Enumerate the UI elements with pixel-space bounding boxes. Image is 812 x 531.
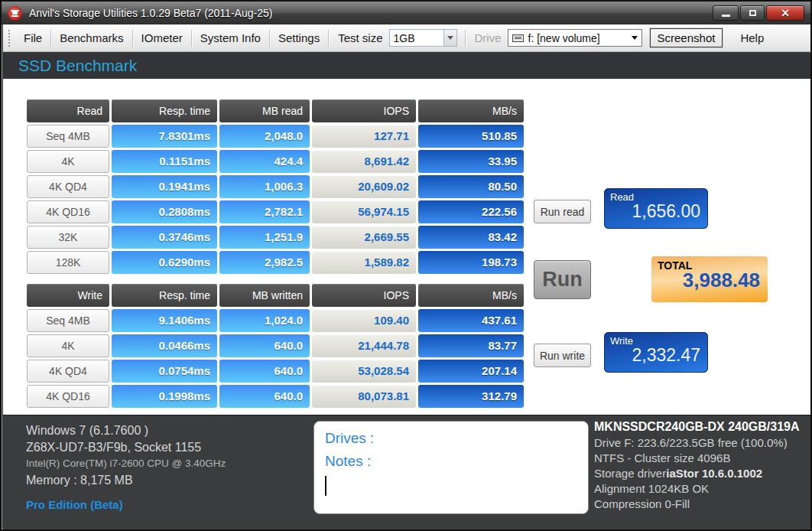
menu-system-info[interactable]: System Info (192, 27, 269, 49)
title-bar: Anvil's Storage Utilities 1.0.29 Beta7 (… (2, 2, 810, 24)
drive-icon (512, 34, 524, 42)
cell-resp-time: 0.0754ms (112, 360, 217, 383)
cell-iops: 80,073.81 (312, 385, 416, 408)
drive-info: MKNSSDCR240GB-DX 240GB/319A Drive F: 223… (594, 420, 812, 512)
menu-benchmarks[interactable]: Benchmarks (51, 27, 132, 49)
notes-label: Notes : (325, 453, 577, 470)
read-table-header: MB read (219, 99, 310, 122)
drives-label: Drives : (325, 430, 577, 447)
cell-resp-time: 7.8301ms (112, 125, 217, 148)
drive-label: Drive (466, 27, 508, 49)
test-size-label: Test size (329, 27, 388, 49)
run-button[interactable]: Run (534, 260, 591, 299)
cell-resp-time: 0.1941ms (112, 175, 217, 198)
system-info: Windows 7 (6.1.7600 ) Z68X-UD7-B3/F9b, S… (26, 424, 226, 511)
toolbar-grip[interactable] (8, 29, 11, 47)
ssd-model: MKNSSDCR240GB-DX 240GB/319A (594, 420, 812, 434)
cell-mb: 640.0 (219, 385, 310, 408)
test-size-dropdown-button[interactable] (444, 29, 457, 47)
cell-mb: 1,024.0 (219, 309, 310, 332)
menu-help[interactable]: Help (732, 27, 772, 49)
read-table-header: IOPS (312, 99, 416, 122)
cell-resp-time: 9.1406ms (112, 309, 217, 332)
drive-select-value: f: [new volume] (528, 32, 600, 44)
page-header: SSD Benchmark (3, 53, 812, 79)
write-table-header: Write (27, 284, 109, 307)
cell-mbs: 83.77 (418, 334, 524, 357)
write-table: Write Resp. time MB written IOPS MB/s Se… (27, 284, 524, 408)
total-score-box: TOTAL 3,988.48 (651, 256, 768, 302)
chevron-down-icon (632, 36, 638, 40)
notes-textarea[interactable]: Drives : Notes : (313, 421, 589, 514)
app-window: Anvil's Storage Utilities 1.0.29 Beta7 (… (0, 0, 812, 531)
cell-iops: 53,028.54 (312, 360, 416, 383)
cell-mb: 640.0 (219, 360, 310, 383)
cell-mb: 2,982.5 (219, 251, 310, 274)
cell-mb: 2,048.0 (219, 125, 310, 148)
cell-mbs: 80.50 (418, 175, 524, 198)
cell-mb: 2,782.1 (219, 200, 310, 223)
storage-driver-label: Storage driver (594, 467, 666, 480)
row-label: 4K (27, 150, 109, 173)
row-label: 4K (27, 334, 109, 357)
row-label: 4K QD16 (27, 200, 109, 223)
close-button[interactable]: ✕ (766, 5, 804, 21)
edition-label: Pro Edition (Beta) (26, 498, 226, 511)
close-icon: ✕ (781, 7, 790, 19)
screenshot-button[interactable]: Screenshot (650, 28, 723, 47)
cell-iops: 8,691.42 (312, 150, 416, 173)
chevron-down-icon (447, 36, 453, 40)
cell-iops: 127.71 (312, 125, 416, 148)
minimize-button[interactable] (713, 5, 739, 21)
drive-select[interactable]: f: [new volume] (508, 29, 642, 47)
memory-size: Memory : 8,175 MB (26, 474, 226, 487)
cell-resp-time: 0.6290ms (112, 251, 217, 274)
minimize-icon (722, 15, 730, 17)
cell-resp-time: 0.3746ms (112, 226, 217, 249)
row-label: 128K (27, 251, 109, 274)
cell-resp-time: 0.0466ms (112, 334, 217, 357)
menu-bar: File Benchmarks IOmeter System Info Sett… (3, 24, 812, 52)
cell-iops: 21,444.78 (312, 334, 416, 357)
row-label: Seq 4MB (27, 125, 109, 148)
read-score-box: Read 1,656.00 (604, 188, 708, 229)
compression-info: Compression 0-Fill (594, 497, 812, 512)
drive-capacity: Drive F: 223.6/223.5GB free (100.0%) (594, 435, 812, 451)
cell-iops: 1,589.82 (312, 251, 416, 274)
menu-file[interactable]: File (15, 27, 50, 49)
cell-resp-time: 0.2808ms (112, 200, 217, 223)
write-table-header: IOPS (312, 284, 416, 307)
run-write-button[interactable]: Run write (534, 344, 591, 367)
row-label: Seq 4MB (27, 309, 109, 332)
menu-settings[interactable]: Settings (270, 27, 328, 49)
write-table-header: Resp. time (112, 284, 217, 307)
filesystem-info: NTFS - Cluster size 4096B (594, 451, 812, 466)
motherboard: Z68X-UD7-B3/F9b, Socket 1155 (26, 441, 226, 454)
run-read-button[interactable]: Run read (534, 200, 591, 223)
cell-mb: 1,006.3 (219, 175, 310, 198)
read-table-header: Resp. time (112, 99, 217, 122)
maximize-icon (749, 10, 756, 16)
read-table: Read Resp. time MB read IOPS MB/s Seq 4M… (27, 99, 524, 274)
cpu-model: Intel(R) Core(TM) i7-2600 CPU @ 3.40GHz (26, 458, 226, 469)
test-size-select[interactable]: 1GB (389, 29, 444, 47)
write-table-header: MB/s (418, 284, 524, 307)
write-score-value: 2,332.47 (610, 345, 700, 366)
main-content: Read Resp. time MB read IOPS MB/s Seq 4M… (3, 79, 812, 415)
cell-iops: 109.40 (312, 309, 416, 332)
status-panel: Windows 7 (6.1.7600 ) Z68X-UD7-B3/F9b, S… (3, 415, 812, 531)
cell-mb: 424.4 (219, 150, 310, 173)
row-label: 4K QD16 (27, 385, 109, 408)
maximize-button[interactable] (740, 5, 765, 21)
cell-mbs: 510.85 (418, 125, 524, 148)
text-cursor (325, 476, 326, 496)
menu-iometer[interactable]: IOmeter (133, 27, 191, 49)
read-table-header: Read (27, 99, 109, 122)
window-title: Anvil's Storage Utilities 1.0.29 Beta7 (… (29, 7, 272, 19)
app-icon (8, 6, 22, 21)
total-score-value: 3,988.48 (658, 269, 760, 292)
read-table-header: MB/s (418, 99, 524, 122)
cell-mb: 640.0 (219, 334, 310, 357)
os-version: Windows 7 (6.1.7600 ) (26, 424, 226, 438)
write-score-box: Write 2,332.47 (604, 332, 708, 373)
